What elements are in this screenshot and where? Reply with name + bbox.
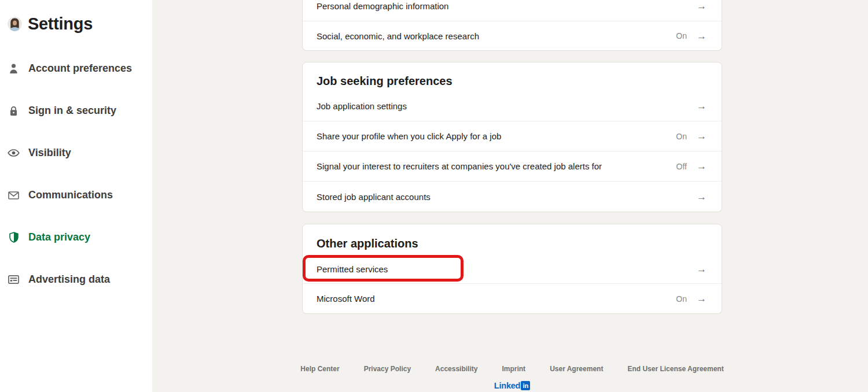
arrow-right-icon: → bbox=[697, 1, 707, 11]
sidebar-item-communications[interactable]: Communications bbox=[0, 174, 152, 216]
settings-row-permitted-services[interactable]: Permitted services → bbox=[303, 254, 722, 284]
row-state-badge: On bbox=[676, 294, 687, 304]
sidebar-item-visibility[interactable]: Visibility bbox=[0, 132, 152, 174]
row-label: Job application settings bbox=[317, 101, 687, 111]
row-label: Share your profile when you click Apply … bbox=[317, 131, 676, 141]
settings-row-stored-job-applicant-accounts[interactable]: Stored job applicant accounts → bbox=[303, 182, 722, 212]
sidebar-item-sign-in-security[interactable]: Sign in & security bbox=[0, 90, 152, 132]
arrow-right-icon: → bbox=[697, 31, 707, 41]
settings-main: Personal demographic information → Socia… bbox=[152, 0, 868, 392]
arrow-right-icon: → bbox=[697, 131, 707, 141]
ad-card-icon bbox=[8, 275, 20, 284]
footer-link-end-user-license-agreement[interactable]: End User License Agreement bbox=[627, 365, 723, 373]
person-icon bbox=[8, 64, 20, 74]
row-label: Stored job applicant accounts bbox=[317, 192, 687, 202]
settings-row-job-application-settings[interactable]: Job application settings → bbox=[303, 91, 722, 121]
row-label: Social, economic, and workplace research bbox=[317, 31, 676, 41]
arrow-right-icon: → bbox=[697, 264, 707, 274]
lock-icon bbox=[8, 106, 20, 116]
settings-row-share-profile-apply[interactable]: Share your profile when you click Apply … bbox=[303, 121, 722, 151]
envelope-icon bbox=[8, 191, 20, 199]
footer-link-help-center[interactable]: Help Center bbox=[300, 365, 339, 373]
eye-icon bbox=[8, 149, 20, 157]
page-title: Settings bbox=[28, 14, 93, 33]
footer-links: Help Center Privacy Policy Accessibility… bbox=[302, 365, 722, 373]
linkedin-logo: Linked in bbox=[302, 381, 722, 390]
footer-link-privacy-policy[interactable]: Privacy Policy bbox=[364, 365, 411, 373]
card-heading: Other applications bbox=[303, 224, 722, 254]
settings-row-personal-demographic-information[interactable]: Personal demographic information → bbox=[303, 0, 722, 21]
sidebar-item-advertising-data[interactable]: Advertising data bbox=[0, 258, 152, 301]
row-state-badge: On bbox=[676, 31, 687, 40]
settings-row-microsoft-word[interactable]: Microsoft Word On → bbox=[303, 284, 722, 313]
row-label: Personal demographic information bbox=[317, 1, 687, 11]
arrow-right-icon: → bbox=[697, 294, 707, 304]
arrow-right-icon: → bbox=[697, 101, 707, 111]
card-job-seeking-preferences: Job seeking preferences Job application … bbox=[302, 62, 722, 212]
sidebar-item-data-privacy[interactable]: Data privacy bbox=[0, 216, 152, 258]
footer-link-imprint[interactable]: Imprint bbox=[502, 365, 525, 373]
sidebar-item-label: Data privacy bbox=[28, 231, 90, 243]
settings-row-signal-interest-recruiters[interactable]: Signal your interest to recruiters at co… bbox=[303, 151, 722, 182]
sidebar-item-label: Account preferences bbox=[28, 62, 132, 75]
footer-link-user-agreement[interactable]: User Agreement bbox=[550, 365, 603, 373]
card-other-applications: Other applications Permitted services → … bbox=[302, 224, 722, 314]
settings-content: Personal demographic information → Socia… bbox=[302, 0, 722, 390]
settings-sidebar: Settings Account preferences bbox=[0, 0, 152, 392]
linkedin-logo-text: Linked bbox=[494, 381, 521, 390]
sidebar-item-account-preferences[interactable]: Account preferences bbox=[0, 47, 152, 90]
arrow-right-icon: → bbox=[697, 192, 707, 202]
settings-row-social-economic-workplace-research[interactable]: Social, economic, and workplace research… bbox=[303, 21, 722, 51]
row-state-badge: Off bbox=[676, 162, 687, 171]
card-heading: Job seeking preferences bbox=[303, 62, 722, 91]
linkedin-logo-badge: in bbox=[521, 381, 530, 390]
row-label: Permitted services bbox=[317, 264, 687, 274]
sidebar-item-label: Sign in & security bbox=[28, 105, 116, 117]
settings-nav: Account preferences Sign in & security bbox=[0, 47, 152, 301]
avatar bbox=[8, 17, 22, 31]
sidebar-item-label: Visibility bbox=[28, 147, 71, 159]
sidebar-item-label: Communications bbox=[28, 189, 113, 201]
shield-icon bbox=[8, 232, 20, 243]
footer-link-accessibility[interactable]: Accessibility bbox=[435, 365, 477, 373]
row-label: Signal your interest to recruiters at co… bbox=[317, 161, 676, 171]
arrow-right-icon: → bbox=[697, 161, 707, 171]
card-data-privacy-partial: Personal demographic information → Socia… bbox=[302, 0, 722, 51]
page-footer: Help Center Privacy Policy Accessibility… bbox=[302, 365, 722, 390]
sidebar-item-label: Advertising data bbox=[28, 273, 110, 286]
sidebar-header: Settings bbox=[0, 0, 152, 33]
row-label: Microsoft Word bbox=[317, 294, 676, 304]
settings-page: Settings Account preferences bbox=[0, 0, 868, 392]
row-state-badge: On bbox=[676, 132, 687, 141]
